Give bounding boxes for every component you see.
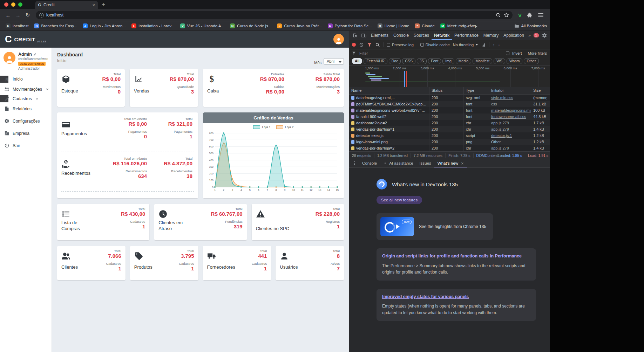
column-header-name[interactable]: Name [349,87,429,94]
invert-checkbox[interactable] [506,51,509,55]
checkbox[interactable] [387,43,390,47]
network-request-row[interactable]: vendas-por-dia?loja=1200xhrapp.js:2791.4… [349,126,550,132]
sidebar-item-movimenta-es[interactable]: Movimentações [0,83,52,95]
disable-cache-checkbox[interactable]: Disable cache [420,43,450,47]
search-icon[interactable] [495,12,501,18]
network-overview-timeline[interactable]: 1,000 ms2,000 ms3,000 ms4,000 ms5,000 ms… [349,65,550,87]
request-initiator[interactable]: style.min.css [489,95,531,101]
bookmark-item-curso-de-node-js[interactable]: NCurso de Node.js... [227,22,274,29]
network-request-row[interactable]: pe0TMlmSLYBIv1o4X1M8ce2xCx3yop4tQ...200f… [349,101,550,107]
devtools-tab-network[interactable]: Network [432,31,452,40]
request-initiator[interactable]: detector.js:1 [489,132,531,139]
vue-extension-icon[interactable]: V [518,12,522,18]
feature-link[interactable]: Origin and script links for profile and … [382,253,530,260]
edit-profile-icon[interactable] [33,53,36,56]
profile-avatar[interactable] [4,52,15,64]
drawer-tab-ai-assistance[interactable]: AI assistance [380,159,416,167]
extensions-puzzle-icon[interactable] [527,12,533,18]
sidebar-item-cadastros[interactable]: Cadastros [0,95,8,103]
network-request-row[interactable]: detector-exec.js200scriptdetector.js:11.… [349,132,550,139]
more-filters-label[interactable]: More filters [528,51,547,55]
column-header-status[interactable]: Status [429,87,464,94]
network-request-row[interactable]: data:image/svg+xml,...200svg+xmlstyle.mi… [349,95,550,101]
request-initiator[interactable]: materialdesignicons.min.css [489,107,531,113]
highlight-card[interactable]: new See the highlights from Chrome 135 [377,213,493,240]
checkbox[interactable] [420,43,424,47]
filter-chip-manifest[interactable]: Manifest [473,58,492,64]
devtools-tab-console[interactable]: Console [391,31,411,40]
inspect-element-icon[interactable] [352,33,358,38]
bookmark-item-installation-larav[interactable]: LInstallation - Larav... [129,22,177,29]
bookmark-item-curso-java-na-pr-t[interactable]: JCurso Java na Prát... [274,22,325,29]
network-request-row[interactable]: logo-icon-mini.png200pngOther1.2 kB [349,139,550,145]
devtools-tab-sources[interactable]: Sources [411,31,432,40]
minimize-window-button[interactable] [11,2,15,7]
filter-input[interactable] [359,51,503,56]
feature-link[interactable]: Improved empty states for various panels [382,294,530,300]
clear-log-icon[interactable] [359,42,364,47]
bookmark-item-claude[interactable]: *Claude [412,22,437,29]
sidebar-item-empresa[interactable]: Empresa [0,127,52,139]
filter-chip-img[interactable]: Img [442,58,454,64]
import-har-icon[interactable]: ↑ [493,42,495,47]
browser-tab-credit[interactable]: C Credit × [35,1,98,9]
bookmark-item-meet-mdg-zfwq[interactable]: MMeet: mdg-zfwq-... [438,22,483,29]
reload-button[interactable]: ↻ [23,12,32,18]
filter-chip-js[interactable]: JS [417,58,427,64]
column-header-initiator[interactable]: Initiator [489,87,531,94]
sidebar-item-sair[interactable]: Sair [0,139,52,152]
column-header-size[interactable]: Size [531,87,547,94]
sidebar-item-configura-es[interactable]: Configurações [0,115,52,127]
network-request-row[interactable]: dashboard?loja=2200xhrapp.js:2791.7 kB [349,120,550,126]
devtools-tab-elements[interactable]: Elements [368,31,391,40]
more-tabs-icon[interactable]: » [527,33,532,38]
request-initiator[interactable]: app.js:279 [489,126,531,132]
address-bar[interactable]: i localhost [36,11,513,19]
network-request-row[interactable]: fa-solid-900.woff2200fontfontawesome-all… [349,113,550,120]
close-tab-icon[interactable]: × [92,2,95,8]
device-toolbar-icon[interactable] [361,33,367,38]
header-avatar[interactable] [333,34,344,44]
drawer-tab-issues[interactable]: Issues [416,159,434,167]
filter-chip-font[interactable]: Font [428,58,441,64]
bookmark-item-log-in-jira-anron[interactable]: JLog in - Jira Anron... [80,22,129,29]
settings-gear-icon[interactable] [542,33,547,38]
devtools-tab-application[interactable]: Application [501,31,527,40]
drawer-tab-console[interactable]: Console [359,159,380,167]
filter-chip-fetch-xhr[interactable]: Fetch/XHR [364,58,387,64]
close-drawer-tab-icon[interactable]: × [461,161,464,166]
bookmark-item-python-for-data-sc[interactable]: UPython for Data Sc... [325,22,375,29]
filter-chip-all[interactable]: All [352,58,362,64]
preserve-log-checkbox[interactable]: Preserve log [387,43,414,47]
network-conditions-icon[interactable] [481,42,486,47]
throttling-select[interactable]: No throttling [453,43,478,47]
drawer-tab-what-s-new[interactable]: What's new× [434,159,467,167]
export-har-icon[interactable]: ↓ [498,42,500,47]
request-initiator[interactable]: app.js:279 [489,145,531,151]
request-initiator[interactable]: app.js:279 [489,120,531,126]
filter-chip-ws[interactable]: WS [494,58,505,64]
sidebar-item-relat-rios[interactable]: Relatórios [0,103,52,115]
bookmark-star-icon[interactable] [503,12,509,18]
search-icon[interactable] [375,42,380,47]
new-tab-button[interactable]: + [98,1,109,9]
network-request-row[interactable]: vendas-por-dia?loja=2200xhrapp.js:2791.4… [349,145,550,151]
back-button[interactable]: ← [4,12,13,18]
request-initiator[interactable]: fontawesome-all.css [489,113,531,120]
month-select[interactable]: Abril [324,58,344,65]
devtools-tab-memory[interactable]: Memory [481,31,501,40]
filter-chip-other[interactable]: Other [524,58,538,64]
bookmark-item-home-home[interactable]: HHome | Home [375,22,412,29]
filter-toggle-icon[interactable] [367,42,372,47]
request-initiator[interactable]: css [489,101,531,107]
filter-chip-css[interactable]: CSS [402,58,415,64]
close-window-button[interactable] [4,2,8,7]
filter-chip-doc[interactable]: Doc [389,58,401,64]
error-count-badge[interactable]: 1 [534,33,539,37]
browser-menu-icon[interactable] [538,13,543,17]
filter-chip-media[interactable]: Media [456,58,472,64]
filter-chip-wasm[interactable]: Wasm [507,58,522,64]
maximize-window-button[interactable] [18,2,22,7]
see-all-features-button[interactable]: See all new features [377,196,422,204]
all-bookmarks-button[interactable]: All Bookmarks [511,22,547,29]
